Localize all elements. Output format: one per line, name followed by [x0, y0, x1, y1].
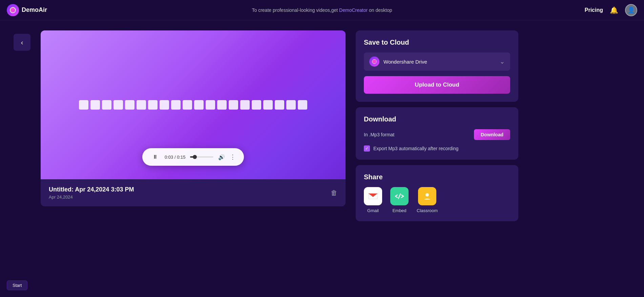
waveform-bar: [275, 100, 284, 110]
share-gmail[interactable]: Gmail: [364, 187, 382, 213]
video-title: Untitled: Apr 24,2024 3:03 PM: [49, 186, 134, 193]
export-checkbox[interactable]: ✓: [364, 145, 370, 152]
pricing-link[interactable]: Pricing: [585, 7, 603, 13]
pause-button[interactable]: ⏸: [150, 152, 160, 162]
video-panel: ⏸ 0:03 / 0:15 🔊 ⋮ Untitled: Apr 24,2024 …: [41, 30, 346, 206]
time-display: 0:03 / 0:15: [165, 155, 185, 160]
start-button[interactable]: Start: [7, 280, 27, 290]
cloud-drive-selector[interactable]: Wondershare Drive ⌄: [364, 52, 510, 71]
waveform-bar: [252, 100, 261, 110]
delete-button[interactable]: 🗑: [331, 189, 337, 197]
share-icons-row: Gmail Embed: [364, 187, 510, 213]
waveform-bar: [194, 100, 204, 110]
waveform-bar: [206, 100, 215, 110]
wondershare-logo: [369, 56, 379, 67]
video-metadata: Untitled: Apr 24,2024 3:03 PM Apr 24,202…: [49, 186, 134, 200]
logo[interactable]: DemoAir: [7, 4, 47, 16]
video-date: Apr 24,2024: [49, 195, 134, 200]
gmail-icon: [368, 192, 378, 200]
logo-inner-circle: [10, 7, 16, 13]
header-promo: To create professional-looking videos,ge…: [252, 7, 392, 13]
promo-text: To create professional-looking videos,ge…: [252, 7, 339, 13]
waveform-bar: [286, 100, 296, 110]
waveform-bar: [217, 100, 227, 110]
right-panel: Save to Cloud Wondershare Drive ⌄ Upload…: [356, 30, 518, 221]
upload-to-cloud-button[interactable]: Upload to Cloud: [364, 76, 510, 94]
promo-suffix: on desktop: [368, 7, 392, 13]
progress-dot: [193, 155, 197, 159]
svg-point-1: [425, 193, 429, 197]
wondershare-logo-inner: [372, 59, 377, 64]
video-area: ⏸ 0:03 / 0:15 🔊 ⋮: [41, 30, 346, 179]
waveform-bar: [229, 100, 238, 110]
share-embed[interactable]: Embed: [390, 187, 409, 213]
waveform-bar: [125, 100, 134, 110]
download-header-row: In .Mp3 format Download: [364, 129, 510, 140]
share-card: Share Gmail: [356, 165, 518, 221]
classroom-label: Classroom: [417, 208, 438, 213]
classroom-icon-box: [418, 187, 436, 205]
waveform-bar: [79, 100, 88, 110]
waveform-bar: [137, 100, 146, 110]
waveform-bar: [298, 100, 307, 110]
export-checkbox-row: ✓ Export Mp3 automatically after recordi…: [364, 145, 510, 152]
waveform-bar: [160, 100, 169, 110]
export-label: Export Mp3 automatically after recording: [373, 146, 458, 151]
waveform-bar: [90, 100, 100, 110]
waveform-bar: [113, 100, 123, 110]
download-button[interactable]: Download: [474, 129, 510, 140]
header: DemoAir To create professional-looking v…: [0, 0, 644, 20]
democreator-link[interactable]: DemoCreator: [339, 7, 368, 13]
share-classroom[interactable]: Classroom: [417, 187, 438, 213]
volume-icon[interactable]: 🔊: [218, 154, 225, 160]
bell-icon[interactable]: 🔔: [610, 6, 618, 14]
progress-bar[interactable]: [190, 156, 213, 158]
embed-label: Embed: [392, 208, 406, 213]
waveform-bar: [102, 100, 111, 110]
avatar[interactable]: 👤: [625, 4, 637, 16]
download-card: Download In .Mp3 format Download ✓ Expor…: [356, 107, 518, 160]
waveform-bar: [148, 100, 158, 110]
save-to-cloud-card: Save to Cloud Wondershare Drive ⌄ Upload…: [356, 30, 518, 102]
gmail-icon-box: [364, 187, 382, 205]
waveform-bar: [171, 100, 181, 110]
save-to-cloud-title: Save to Cloud: [364, 39, 510, 46]
download-title: Download: [364, 115, 510, 123]
embed-icon-box: [390, 187, 409, 205]
waveform-bar: [263, 100, 273, 110]
embed-icon: [395, 191, 404, 201]
more-options-icon[interactable]: ⋮: [230, 153, 236, 161]
waveform: [79, 100, 307, 110]
header-right: Pricing 🔔 👤: [585, 4, 637, 16]
drive-name: Wondershare Drive: [383, 59, 427, 65]
waveform-bar: [240, 100, 250, 110]
gmail-label: Gmail: [367, 208, 379, 213]
format-label: In .Mp3 format: [364, 132, 394, 137]
video-info: Untitled: Apr 24,2024 3:03 PM Apr 24,202…: [41, 179, 346, 206]
chevron-down-icon: ⌄: [500, 58, 505, 65]
checkmark-icon: ✓: [365, 146, 369, 151]
classroom-icon: [422, 191, 432, 201]
logo-text: DemoAir: [22, 6, 47, 14]
waveform-bar: [183, 100, 192, 110]
main-content: ‹: [0, 20, 644, 231]
audio-player: ⏸ 0:03 / 0:15 🔊 ⋮: [142, 148, 244, 166]
logo-icon: [7, 4, 19, 16]
share-title: Share: [364, 173, 510, 181]
cloud-drive-left: Wondershare Drive: [369, 56, 427, 67]
back-button[interactable]: ‹: [14, 34, 30, 51]
